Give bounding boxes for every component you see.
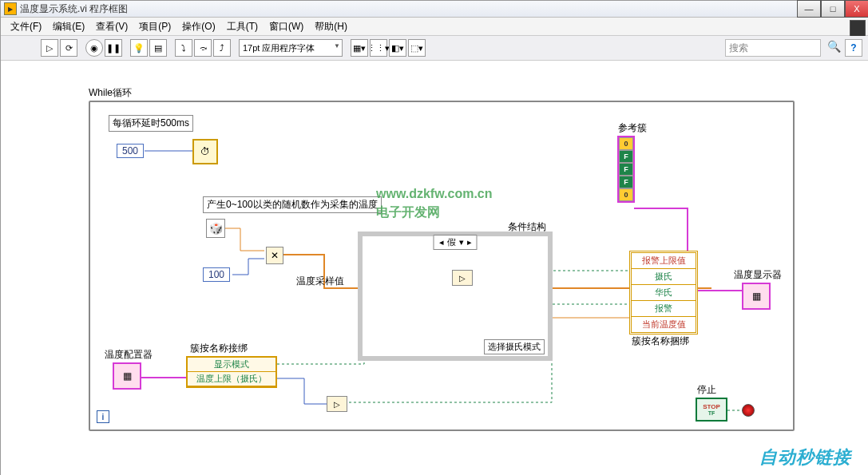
step-over-button[interactable]: ⤼ (194, 39, 212, 57)
multiply-node[interactable]: ✕ (266, 247, 283, 264)
font-selector[interactable]: 17pt 应用程序字体▼ (239, 39, 343, 57)
constant-100[interactable]: 100 (203, 267, 230, 282)
maximize-button[interactable]: □ (821, 0, 845, 18)
distribute-button[interactable]: ⋮⋮▾ (370, 39, 387, 57)
abort-button[interactable]: ◉ (85, 39, 103, 57)
config-control-terminal[interactable]: ▦ (113, 362, 141, 390)
stop-button-terminal[interactable]: STOPTF (696, 398, 727, 422)
context-help-button[interactable]: ? (845, 39, 862, 57)
retain-wire-button[interactable]: ▤ (149, 39, 167, 57)
menu-file[interactable]: 文件(F) (6, 18, 46, 35)
search-input[interactable]: 搜索 (725, 39, 821, 57)
indicator-label: 温度显示器 (734, 268, 782, 282)
run-button[interactable]: ▷ (41, 39, 58, 57)
bundle-by-name-node[interactable]: 报警上限值 摄氏 华氏 报警 当前温度值 (629, 251, 698, 334)
search-icon[interactable]: 🔍 (827, 40, 841, 53)
case-selector[interactable]: ◂ 假 ▾ ▸ (434, 235, 478, 250)
while-loop-label: While循环 (89, 86, 132, 100)
menu-tools[interactable]: 工具(T) (222, 18, 263, 35)
stop-text: STOP (703, 403, 720, 410)
pause-button[interactable]: ❚❚ (105, 39, 122, 57)
unbundle-item-mode[interactable]: 显示模式 (188, 358, 275, 372)
close-button[interactable]: X (845, 0, 868, 18)
greater-than-node[interactable]: ▷ (327, 396, 347, 412)
random-number-node[interactable]: 🎲 (206, 219, 225, 238)
titlebar: ▶ 温度显示系统.vi 程序框图 — □ X (1, 1, 868, 18)
ref-cluster-label: 参考簇 (618, 121, 647, 135)
case-dropdown-icon[interactable]: ▾ (459, 237, 464, 247)
window-title: 温度显示系统.vi 程序框图 (20, 2, 128, 16)
case-selector-value: 假 (447, 236, 456, 248)
loop-condition-terminal[interactable] (742, 404, 755, 417)
menu-window[interactable]: 窗口(W) (264, 18, 308, 35)
unbundle-item-limit[interactable]: 温度上限（摄氏） (188, 372, 275, 386)
ref-cell-4: 0 (619, 188, 633, 201)
ref-cluster-constant[interactable]: 0 F F F 0 (617, 136, 635, 203)
sample-label: 温度采样值 (296, 275, 344, 288)
case-next-icon[interactable]: ▸ (467, 237, 472, 247)
unbundle-label: 簇按名称接绑 (190, 342, 248, 355)
bundle-item-alarm[interactable]: 报警 (632, 301, 696, 317)
menu-project[interactable]: 项目(P) (134, 18, 176, 35)
bundle-item-celsius[interactable]: 摄氏 (632, 269, 696, 285)
comment-random[interactable]: 产生0~100以类的随机数作为采集的温度 (203, 196, 382, 213)
case-prev-icon[interactable]: ◂ (439, 237, 444, 247)
ref-cell-1: F (619, 150, 633, 163)
case-inner-node[interactable]: ▷ (452, 270, 473, 286)
watermark-text: 电子开发网 (376, 204, 440, 221)
menubar: 文件(F) 编辑(E) 查看(V) 项目(P) 操作(O) 工具(T) 窗口(W… (1, 18, 868, 36)
minimize-button[interactable]: — (797, 0, 821, 18)
search-placeholder: 搜索 (729, 42, 748, 55)
reorder-button[interactable]: ⬚▾ (408, 39, 426, 57)
bundle-item-alarm-upper[interactable]: 报警上限值 (632, 253, 696, 269)
labview-icon: ▶ (4, 2, 17, 15)
case-structure[interactable]: ◂ 假 ▾ ▸ ▷ 选择摄氏模式 (358, 232, 553, 361)
wait-ms-node[interactable]: ⏱ (192, 139, 218, 164)
step-into-button[interactable]: ⤵ (175, 39, 192, 57)
brand-watermark: 自动秒链接 (759, 445, 851, 469)
step-out-button[interactable]: ⤴ (213, 39, 231, 57)
menu-help[interactable]: 帮助(H) (310, 18, 352, 35)
stop-label: 停止 (697, 383, 716, 397)
align-button[interactable]: ▦▾ (351, 39, 368, 57)
toolbar: ▷ ⟳ ◉ ❚❚ 💡 ▤ ⤵ ⤼ ⤴ 17pt 应用程序字体▼ ▦▾ ⋮⋮▾ ◧… (1, 36, 868, 61)
ref-cell-2: F (619, 163, 633, 176)
unbundle-by-name-node[interactable]: 显示模式 温度上限（摄氏） (186, 356, 277, 388)
font-label: 17pt 应用程序字体 (243, 42, 315, 54)
comment-delay[interactable]: 每循环延时500ms (109, 115, 193, 132)
ref-cell-3: F (619, 176, 633, 188)
config-label: 温度配置器 (105, 348, 153, 362)
highlight-button[interactable]: 💡 (130, 39, 148, 57)
run-continuous-button[interactable]: ⟳ (60, 39, 77, 57)
resize-button[interactable]: ◧▾ (389, 39, 406, 57)
constant-500[interactable]: 500 (117, 144, 144, 158)
menu-view[interactable]: 查看(V) (91, 18, 133, 35)
bundle-label: 簇按名称捆绑 (632, 334, 689, 348)
iteration-terminal[interactable]: i (97, 410, 109, 423)
watermark-url: www.dzkfw.com.cn (376, 187, 493, 201)
indicator-terminal[interactable]: ▦ (742, 283, 771, 310)
menu-edit[interactable]: 编辑(E) (48, 18, 89, 35)
bundle-item-current[interactable]: 当前温度值 (632, 317, 696, 332)
bundle-item-fahrenheit[interactable]: 华氏 (632, 285, 696, 301)
ref-cell-0: 0 (619, 137, 633, 150)
menu-operate[interactable]: 操作(O) (177, 18, 220, 35)
case-comment: 选择摄氏模式 (484, 339, 545, 354)
block-diagram-canvas[interactable]: While循环 每循环延时500ms 500 ⏱ 产生0~100以类的随机数作为… (1, 61, 868, 475)
